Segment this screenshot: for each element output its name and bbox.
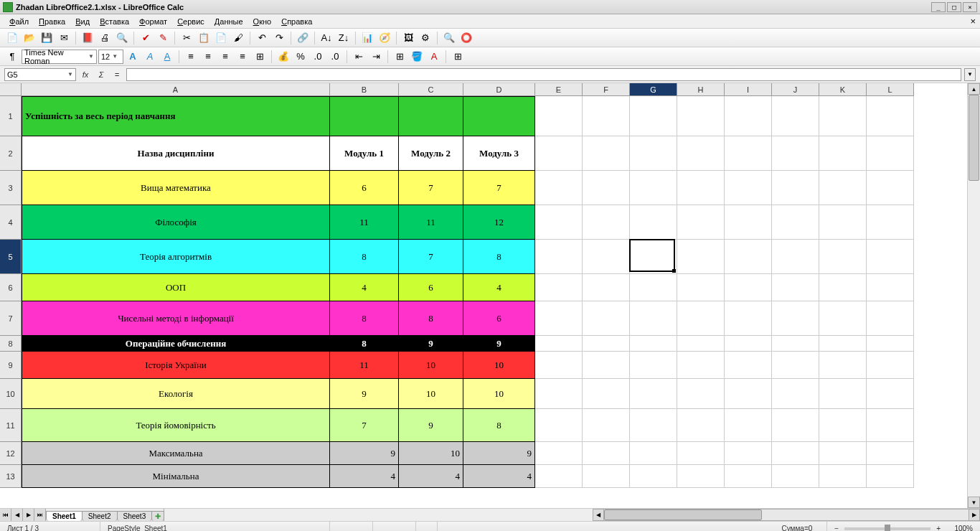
minimize-button[interactable]: _ [931, 2, 946, 12]
cell-F8[interactable] [583, 336, 630, 352]
menu-format[interactable]: Формат [134, 16, 172, 27]
cell-F11[interactable] [583, 409, 630, 442]
chart-button[interactable]: 📊 [359, 30, 375, 46]
cell-C11[interactable]: 9 [399, 409, 463, 442]
cell-C6[interactable]: 6 [399, 274, 463, 301]
cell-F1[interactable] [583, 96, 630, 136]
formula-input[interactable] [126, 68, 961, 81]
cell-K9[interactable] [819, 352, 867, 379]
cell-C13[interactable]: 4 [399, 465, 463, 488]
cell-D13[interactable]: 4 [463, 465, 535, 488]
add-sheet-button[interactable]: ✚ [151, 511, 164, 521]
cell-A6[interactable]: ООП [22, 274, 330, 301]
cell-E4[interactable] [535, 205, 583, 240]
cell-F12[interactable] [583, 442, 630, 465]
cell-H8[interactable] [677, 336, 725, 352]
cell-B3[interactable]: 6 [330, 171, 399, 205]
cell-C8[interactable]: 9 [399, 336, 463, 352]
print-button[interactable]: 🖨 [97, 30, 113, 46]
grid-lines-button[interactable]: ⊞ [450, 49, 466, 65]
cell-K5[interactable] [819, 240, 867, 274]
maximize-button[interactable]: □ [947, 2, 961, 12]
paste-button[interactable]: 📄 [213, 30, 229, 46]
cell-J1[interactable] [772, 96, 819, 136]
cell-J11[interactable] [772, 409, 819, 442]
font-color-button[interactable]: A [426, 49, 442, 65]
cell-J9[interactable] [772, 352, 819, 379]
cell-E1[interactable] [535, 96, 583, 136]
cell-I9[interactable] [725, 352, 772, 379]
function-wizard-button[interactable]: fx [79, 68, 92, 81]
merge-cells-button[interactable]: ⊞ [252, 49, 268, 65]
currency-button[interactable]: 💰 [275, 49, 291, 65]
zoom-in-button[interactable]: + [936, 525, 941, 531]
insert-mode[interactable] [330, 522, 373, 531]
signature[interactable] [416, 522, 438, 531]
menu-insert[interactable]: Вставка [95, 16, 134, 27]
cell-F9[interactable] [583, 352, 630, 379]
cell-J6[interactable] [772, 274, 819, 301]
bg-color-button[interactable]: 🪣 [409, 49, 425, 65]
cell-E2[interactable] [535, 136, 583, 171]
tab-last-button[interactable]: ⏭ [34, 509, 46, 521]
cell-I6[interactable] [725, 274, 772, 301]
select-all-corner[interactable] [0, 83, 22, 96]
cell-E7[interactable] [535, 301, 583, 336]
cell-B11[interactable]: 7 [330, 409, 399, 442]
export-pdf-button[interactable]: 📕 [80, 30, 95, 46]
redo-button[interactable]: ↷ [271, 30, 287, 46]
cell-D11[interactable]: 8 [463, 409, 535, 442]
row-header-2[interactable]: 2 [0, 136, 22, 171]
menu-file[interactable]: Файл [4, 16, 34, 27]
font-size-dropdown[interactable]: 12 ▼ [98, 50, 123, 64]
cell-I5[interactable] [725, 240, 772, 274]
cell-E8[interactable] [535, 336, 583, 352]
row-header-5[interactable]: 5 [0, 240, 22, 274]
cell-C3[interactable]: 7 [399, 171, 463, 205]
align-justify-button[interactable]: ≡ [235, 49, 250, 65]
formula-expand-button[interactable]: ▼ [964, 68, 976, 81]
cell-E6[interactable] [535, 274, 583, 301]
cell-J2[interactable] [772, 136, 819, 171]
horizontal-scrollbar[interactable]: ◀ ▶ [593, 509, 980, 521]
cell-D10[interactable]: 10 [463, 379, 535, 409]
page-style[interactable]: PageStyle_Sheet1 [100, 522, 330, 531]
scroll-right-button[interactable]: ▶ [969, 509, 980, 521]
cell-F7[interactable] [583, 301, 630, 336]
cell-K8[interactable] [819, 336, 867, 352]
cell-L10[interactable] [867, 379, 914, 409]
cell-G12[interactable] [630, 442, 677, 465]
styles-button[interactable]: ¶ [4, 49, 20, 65]
cell-J13[interactable] [772, 465, 819, 488]
cell-H10[interactable] [677, 379, 725, 409]
decrease-indent-button[interactable]: ⇤ [351, 49, 367, 65]
close-button[interactable]: × [963, 2, 977, 12]
sort-desc-button[interactable]: Z↓ [336, 30, 352, 46]
cell-J12[interactable] [772, 442, 819, 465]
cell-A7[interactable]: Чисельні методі в інформації [22, 301, 330, 336]
cell-B8[interactable]: 8 [330, 336, 399, 352]
cell-G7[interactable] [630, 301, 677, 336]
cell-L1[interactable] [867, 96, 914, 136]
format-paintbrush-button[interactable]: 🖌 [230, 30, 246, 46]
row-header-3[interactable]: 3 [0, 171, 22, 205]
italic-button[interactable]: A [142, 49, 158, 65]
column-header-J[interactable]: J [772, 83, 819, 96]
vertical-scrollbar[interactable]: ▲ ▼ [967, 83, 980, 508]
cell-L7[interactable] [867, 301, 914, 336]
cell-I2[interactable] [725, 136, 772, 171]
navigator-button[interactable]: 🧭 [377, 30, 392, 46]
cell-A8[interactable]: Операційне обчислення [22, 336, 330, 352]
row-header-10[interactable]: 10 [0, 379, 22, 409]
scroll-down-button[interactable]: ▼ [968, 497, 980, 508]
cell-L12[interactable] [867, 442, 914, 465]
cell-D6[interactable]: 4 [463, 274, 535, 301]
row-header-12[interactable]: 12 [0, 442, 22, 465]
cell-L13[interactable] [867, 465, 914, 488]
cell-F4[interactable] [583, 205, 630, 240]
cell-C4[interactable]: 11 [399, 205, 463, 240]
column-header-I[interactable]: I [725, 83, 772, 96]
zoom-button[interactable]: 🔍 [441, 30, 457, 46]
cell-L4[interactable] [867, 205, 914, 240]
zoom-value[interactable]: 100% [948, 522, 980, 531]
